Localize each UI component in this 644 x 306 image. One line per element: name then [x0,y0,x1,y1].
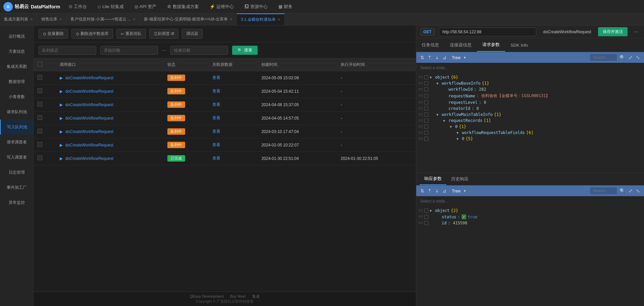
play-icon-1[interactable]: ▶ [60,89,63,94]
resp-drag-handle-1[interactable]: ⠿⠿ [418,215,423,219]
drag-handle-2[interactable]: ⠿⠿ [418,88,423,91]
request-tree-expand-icon[interactable]: ⤢ [628,54,633,61]
resp-node-checkbox-2[interactable] [424,221,428,225]
nav-finance[interactable]: ▦ 财务 [276,4,294,10]
nav-lite[interactable]: ◇ Lite 轻集成 [96,4,126,10]
more-options-button[interactable]: ··· [632,29,640,35]
request-tree-row[interactable]: ⠿⠿ ▼ 0 {1} [416,124,644,130]
rp-tab-connector-info[interactable]: 连接器信息 [444,39,477,51]
resp-tree-sort-desc-icon[interactable]: ⇣ [434,187,440,194]
resp-node-checkbox-1[interactable] [424,215,428,219]
request-tree-row[interactable]: ⠿⠿ ▼ object {6} [416,74,644,80]
request-tree-row[interactable]: ⠿⠿ requestName : 收料验收【金蝶单号：CGSL000131】 [416,92,644,99]
request-tree-search-icon[interactable]: 🔍 [619,54,626,61]
view-link-5[interactable]: 查看 [212,142,220,147]
row-checkbox-4[interactable] [38,129,42,133]
view-link-0[interactable]: 查看 [212,75,220,80]
play-icon-4[interactable]: ▶ [60,129,63,134]
row-checkbox-2[interactable] [38,102,42,106]
tree-dropdown-arrow[interactable]: ▾ [464,55,466,60]
sidebar-item-data-mgmt[interactable]: 数据管理 [0,74,33,89]
view-link-1[interactable]: 查看 [212,89,220,93]
tab-close-solution-list[interactable]: ✕ [30,17,33,21]
bottom-tab-response-params[interactable]: 响应参数 [420,173,446,185]
response-tree-expand-icon[interactable]: ⤢ [628,187,633,194]
rp-tab-sdk-info[interactable]: SDK Info [505,39,533,51]
node-checkbox-0[interactable] [424,75,428,79]
tab-close-customer-info[interactable]: ✕ [133,17,136,21]
row-checkbox-6[interactable] [38,156,42,160]
resp-drag-handle-2[interactable]: ⠿⠿ [418,221,423,225]
drag-handle-5[interactable]: ⠿⠿ [418,107,423,111]
drag-handle-0[interactable]: ⠿⠿ [418,76,423,79]
sidebar-item-solution-info[interactable]: 方案信息 [0,44,33,59]
tab-new-star[interactable]: 新-领星结算中心-交易明细-赔偿单=>U8-出库单 ✕ [140,13,236,25]
tab-close-new-star[interactable]: ✕ [230,17,232,21]
nav-workbench[interactable]: ⊙ 工作台 [67,4,89,10]
node-checkbox-8[interactable] [424,125,428,129]
rp-tab-request-params[interactable]: 请求参数 [477,38,505,52]
node-checkbox-7[interactable] [424,119,428,123]
request-tree-row[interactable]: ⠿⠿ ▼ workflowMainTableInfo {1} [416,112,644,118]
footer-link-qeasy[interactable]: QEasy Development [190,294,224,298]
row-checkbox-5[interactable] [38,142,42,147]
request-tree-row[interactable]: ⠿⠿ ▼ workflowRequestTableFields [6] [416,130,644,136]
resp-tree-sort-icon[interactable]: ⇡ [427,187,432,194]
row-checkbox-1[interactable] [38,88,42,93]
sidebar-item-integration-map[interactable]: 集成关系图 [0,59,33,74]
nav-integration[interactable]: ⛤ 数据集成方案 [165,4,201,10]
resp-node-checkbox-0[interactable] [424,209,428,213]
delete-selected-button[interactable]: ⊙ 删除选中数据库 [71,29,113,39]
response-tree-search-input[interactable] [590,187,617,194]
play-icon-3[interactable]: ▶ [60,116,63,121]
tab-close-sales-warehouse[interactable]: ✕ [59,17,62,21]
sidebar-item-request-scheduler[interactable]: 请求调度者 [0,135,33,150]
search-button[interactable]: 🔍 搜索 [232,46,258,55]
drag-handle-10[interactable]: ⠿⠿ [418,137,423,141]
start-date-filter[interactable] [100,46,158,55]
node-checkbox-4[interactable] [424,100,428,104]
request-tree-row[interactable]: ⠿⠿ creatorId : 8 [416,105,644,112]
request-tree-row[interactable]: ⠿⠿ requestLevel : 0 [416,99,644,105]
tab-sales-warehouse[interactable]: 销售出库 ✕ [37,13,66,25]
sidebar-item-event-factory[interactable]: 事件加工厂 [0,180,33,195]
request-tree-row[interactable]: ⠿⠿ ▼ workflowBaseInfo {1} [416,80,644,86]
drag-handle-4[interactable]: ⠿⠿ [418,101,423,104]
sidebar-item-small-query[interactable]: 小青查数 [0,89,33,104]
play-icon-6[interactable]: ▶ [60,156,63,161]
tab-customer-info[interactable]: 客户信息对接-小满——>简道云 ... ✕ [66,13,140,25]
tab-solution-list[interactable]: 集成方案列表 ✕ [0,13,37,25]
response-tree-label[interactable]: Tree [452,188,461,193]
tab-close-golden-butterfly[interactable]: ✕ [278,18,280,21]
tree-sort-icon[interactable]: ⇡ [427,54,432,61]
save-activate-button[interactable]: 保存并激活 [598,27,628,36]
nav-api[interactable]: ◎ API 资产 [132,4,159,10]
node-checkbox-2[interactable] [424,87,428,91]
response-tree-row[interactable]: ⠿⠿ ▼ object {2} [416,208,644,214]
drag-handle-6[interactable]: ⠿⠿ [418,113,423,117]
debug-button[interactable]: 调试器 [182,29,203,39]
tree-expand-all-icon[interactable]: ⇅ [420,54,425,61]
tree-filter-icon[interactable]: ⊿ [442,54,447,61]
response-tree-row[interactable]: ⠿⠿ id : 415598 [416,220,644,226]
response-tree-row[interactable]: ⠿⠿ status : ✓ true [416,214,644,220]
response-tree-collapse-icon[interactable]: ⤡ [635,187,641,194]
nav-resources[interactable]: ⛾ 资源中心 [243,4,270,10]
sidebar-item-write-scheduler[interactable]: 写入调度者 [0,150,33,165]
request-tree-search-input[interactable] [590,54,617,61]
url-input[interactable] [439,28,537,36]
resp-tree-filter-icon[interactable]: ⊿ [442,187,447,194]
requeue-button[interactable]: ↩ 重新排队 [116,29,146,39]
tab-golden-butterfly[interactable]: 3-1.金蝶收料通知单 ✕ [237,13,285,25]
request-tree-label[interactable]: Tree [452,55,461,60]
node-checkbox-6[interactable] [424,113,428,117]
drag-handle-8[interactable]: ⠿⠿ [418,125,423,129]
sidebar-item-write-queue[interactable]: 写入队列池 [0,120,33,135]
tree-sort-desc-icon[interactable]: ⇣ [434,54,440,61]
select-all-checkbox[interactable] [38,62,42,67]
request-tree-collapse-icon[interactable]: ⤡ [635,54,641,61]
node-checkbox-10[interactable] [424,137,428,141]
request-tree-row[interactable]: ⠿⠿ ▼ 0 {5} [416,136,644,142]
row-checkbox-0[interactable] [38,75,42,80]
nav-ops[interactable]: ⚡ 运维中心 [208,4,236,10]
